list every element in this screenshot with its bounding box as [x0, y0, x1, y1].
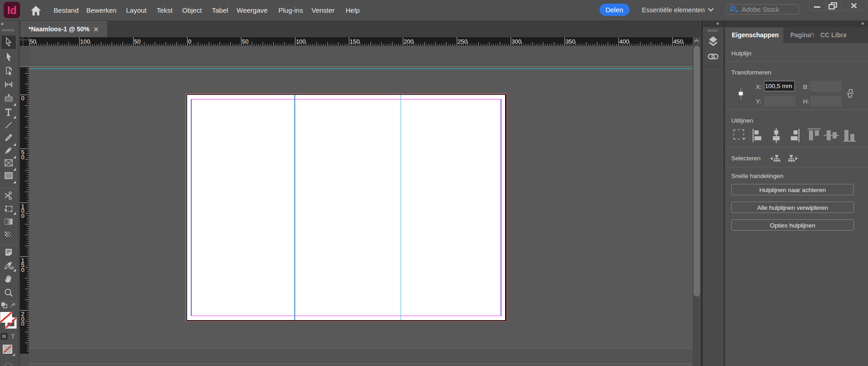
svg-text:50: 50: [242, 38, 248, 45]
svg-text:100: 100: [296, 38, 306, 45]
svg-text:100: 100: [80, 38, 90, 45]
svg-text:350: 350: [565, 38, 575, 45]
svg-text:0: 0: [21, 95, 25, 102]
svg-text:250: 250: [457, 38, 467, 45]
svg-text:50: 50: [134, 38, 140, 45]
svg-text:300: 300: [511, 38, 521, 45]
svg-text:450: 450: [673, 38, 683, 45]
svg-text:T: T: [11, 333, 15, 340]
svg-text:0: 0: [188, 38, 191, 45]
svg-text:0: 0: [21, 213, 25, 219]
svg-text:200: 200: [403, 38, 413, 45]
svg-text:0: 0: [21, 320, 25, 327]
svg-text:0: 0: [21, 266, 25, 273]
svg-text:400: 400: [619, 38, 629, 45]
svg-text:150: 150: [350, 38, 360, 45]
svg-text:0: 0: [21, 153, 25, 160]
svg-text:Id: Id: [7, 5, 16, 16]
